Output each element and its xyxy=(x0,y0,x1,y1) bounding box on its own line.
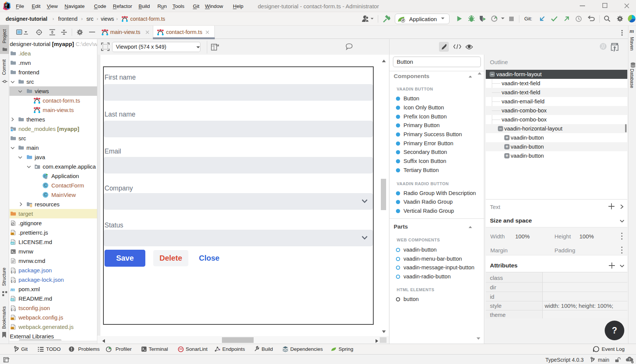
svg-text:?: ? xyxy=(628,358,631,361)
